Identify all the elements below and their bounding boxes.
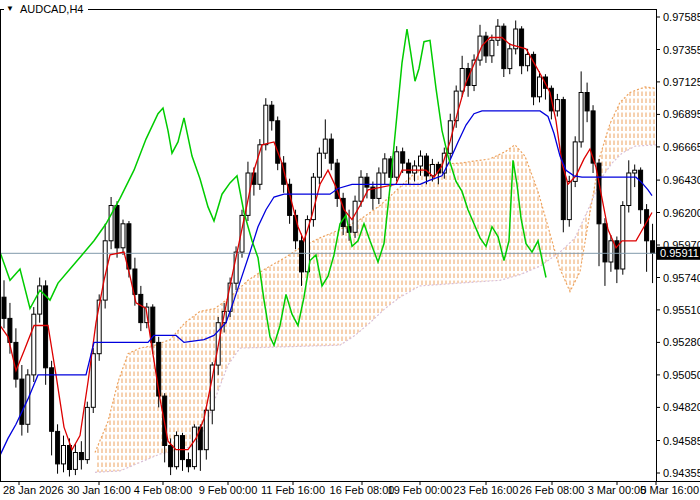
candle-body <box>401 152 405 163</box>
candle-body <box>579 93 583 142</box>
price-axis-label: 0.96200 <box>663 207 700 219</box>
time-axis-label: 16 Feb 08:00 <box>330 484 395 496</box>
time-axis-label: 19 Feb 00:00 <box>388 484 453 496</box>
candle-body <box>300 241 304 272</box>
candle-body <box>73 453 77 470</box>
candle-body <box>627 173 631 206</box>
candle-body <box>139 294 143 322</box>
candle-body <box>359 177 363 201</box>
time-axis-label: 4 Feb 08:00 <box>134 484 193 496</box>
candle-body <box>169 446 173 467</box>
time-axis-label: 26 Feb 08:00 <box>520 484 585 496</box>
price-axis-label: 0.95050 <box>663 369 700 381</box>
candle-body <box>181 436 185 460</box>
price-axis-label: 0.95510 <box>663 304 700 316</box>
candle-body <box>115 206 119 248</box>
price-axis-label: 0.97585 <box>663 11 700 23</box>
candle-body <box>609 241 613 262</box>
price-axis-label: 0.96665 <box>663 141 700 153</box>
candle-body <box>127 224 131 269</box>
price-axis-label: 0.95280 <box>663 336 700 348</box>
candlestick-chart[interactable]: 0.975850.973550.971250.968950.966650.964… <box>0 0 700 500</box>
candle-body <box>2 297 6 318</box>
candle-body <box>651 241 655 254</box>
chart-dropdown-arrow-icon[interactable]: ▼ <box>6 5 14 13</box>
candle-body <box>79 453 83 460</box>
candle-body <box>585 93 589 111</box>
candle-body <box>121 224 125 248</box>
candle-body <box>317 153 321 177</box>
candle-body <box>395 152 399 177</box>
candle-body <box>603 224 607 262</box>
current-price-label-text: 0.95911 <box>660 247 699 259</box>
candle-body <box>377 173 381 198</box>
candle-body <box>32 314 36 375</box>
candle-body <box>555 100 559 111</box>
candle-body <box>85 407 89 459</box>
price-axis-label: 0.95740 <box>663 272 700 284</box>
time-axis-label: 28 Jan 2026 <box>3 484 64 496</box>
candle-body <box>270 105 274 121</box>
candle-body <box>62 446 66 464</box>
candle-body <box>14 342 18 379</box>
time-axis-label: 5 Mar 16:00 <box>640 484 699 496</box>
candle-body <box>526 54 530 65</box>
time-axis-label: 3 Mar 00:00 <box>588 484 647 496</box>
candle-body <box>68 446 72 470</box>
candle-body <box>567 182 571 220</box>
candle-body <box>56 431 60 464</box>
time-axis-label: 9 Feb 00:00 <box>199 484 258 496</box>
candle-body <box>490 40 494 56</box>
time-axis-label: 23 Feb 16:00 <box>454 484 519 496</box>
price-axis-label: 0.97355 <box>663 44 700 56</box>
time-axis[interactable]: 28 Jan 202630 Jan 16:004 Feb 08:009 Feb … <box>3 482 699 496</box>
symbol-label[interactable]: ▼ AUDCAD,H4 <box>4 2 88 16</box>
candle-body <box>508 49 512 69</box>
candle-body <box>365 177 369 187</box>
price-axis[interactable]: 0.975850.973550.971250.968950.966650.964… <box>656 11 700 479</box>
candle-body <box>633 170 637 173</box>
candle-body <box>502 26 506 68</box>
candle-body <box>484 36 488 56</box>
candle-body <box>383 159 387 173</box>
candle-body <box>323 139 327 153</box>
candle-body <box>460 69 464 92</box>
candle-body <box>424 156 428 176</box>
price-axis-label: 0.96430 <box>663 174 700 186</box>
candle-body <box>407 163 411 173</box>
candle-body <box>413 166 417 173</box>
candle-body <box>175 436 179 467</box>
time-axis-label: 11 Feb 16:00 <box>261 484 325 496</box>
candle-body <box>264 105 268 145</box>
symbol-label-text: AUDCAD,H4 <box>20 3 84 15</box>
price-axis-label: 0.96895 <box>663 108 700 120</box>
candle-body <box>496 26 500 40</box>
candle-body <box>192 427 196 467</box>
chart-window: 0.975850.973550.971250.968950.966650.964… <box>0 0 700 500</box>
price-axis-label: 0.94355 <box>663 467 700 479</box>
candle-body <box>419 156 423 166</box>
price-axis-label: 0.94820 <box>663 401 700 413</box>
current-price-label: 0.95911 <box>657 247 700 260</box>
candle-body <box>20 379 24 424</box>
time-axis-label: 30 Jan 16:00 <box>67 484 131 496</box>
candle-body <box>639 170 643 210</box>
candle-body <box>50 368 54 432</box>
price-axis-label: 0.97125 <box>663 76 700 88</box>
candle-body <box>329 139 333 163</box>
candle-body <box>538 77 542 97</box>
candle-body <box>187 460 191 467</box>
candle-body <box>91 354 95 408</box>
price-axis-label: 0.94585 <box>663 435 700 447</box>
candle-body <box>621 206 625 270</box>
